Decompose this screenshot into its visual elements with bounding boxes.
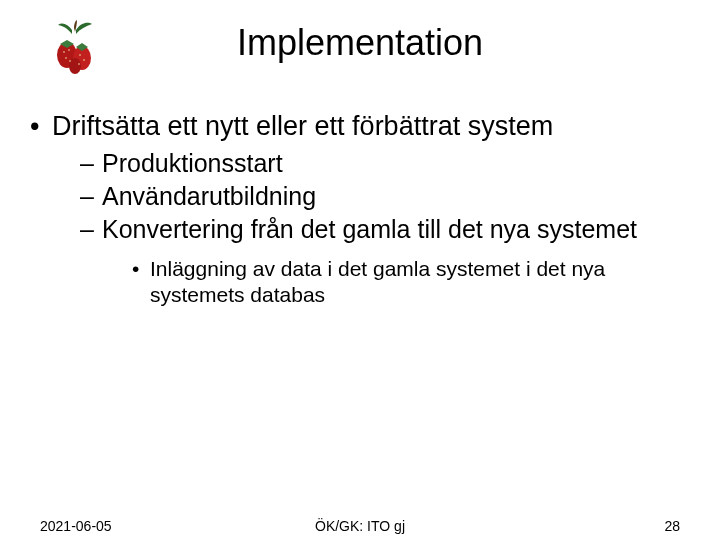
- bullet-l2-text: Konvertering från det gamla till det nya…: [102, 215, 637, 243]
- bullet-l2-text: Användarutbildning: [102, 182, 316, 210]
- slide-body: Driftsätta ett nytt eller ett förbättrat…: [30, 110, 690, 314]
- slide: Implementation Driftsätta ett nytt eller…: [0, 0, 720, 540]
- strawberry-logo-icon: [50, 20, 100, 75]
- svg-point-5: [65, 57, 67, 59]
- svg-point-2: [69, 58, 81, 74]
- bullet-l2: Produktionsstart: [80, 148, 690, 179]
- bullet-l2-text: Produktionsstart: [102, 149, 283, 177]
- svg-point-7: [79, 54, 81, 56]
- bullet-l2: Användarutbildning: [80, 181, 690, 212]
- slide-title: Implementation: [0, 0, 720, 64]
- svg-point-4: [68, 49, 70, 51]
- footer-page-number: 28: [664, 518, 680, 534]
- bullet-l2: Konvertering från det gamla till det nya…: [80, 214, 690, 308]
- svg-point-9: [78, 63, 80, 65]
- bullet-l1-text: Driftsätta ett nytt eller ett förbättrat…: [52, 111, 553, 141]
- svg-point-3: [63, 51, 65, 53]
- bullet-l3-text: Inläggning av data i det gamla systemet …: [150, 257, 605, 306]
- footer-center: ÖK/GK: ITO gj: [0, 518, 720, 534]
- bullet-l3: Inläggning av data i det gamla systemet …: [132, 256, 690, 309]
- bullet-l1: Driftsätta ett nytt eller ett förbättrat…: [30, 110, 690, 308]
- svg-point-8: [83, 59, 85, 61]
- svg-point-6: [69, 60, 71, 62]
